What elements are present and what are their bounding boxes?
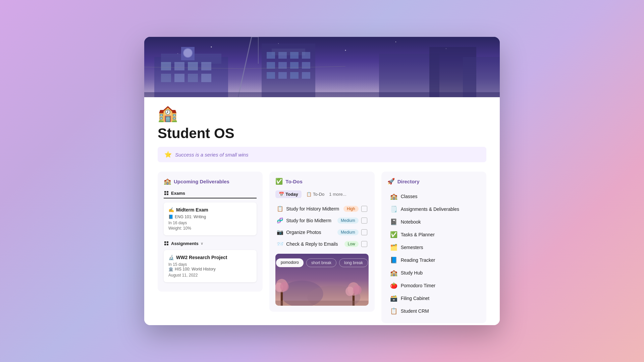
exam-card-0[interactable]: ✍️ Midterm Exam 📘 ENG 101: Writing In 16…	[164, 202, 257, 235]
dir-item-crm[interactable]: 📋 Student CRM	[387, 305, 480, 317]
svg-rect-50	[167, 244, 168, 245]
assignments-grid-icon	[164, 241, 169, 246]
exams-subheader: Exams	[164, 190, 257, 198]
todo-checkbox-2[interactable]	[361, 229, 367, 235]
svg-point-61	[353, 285, 362, 295]
assignments-subheader: Assignments ∨	[164, 241, 257, 246]
assignments-label: Assignments	[171, 241, 199, 246]
todo-text-2: Organize Photos	[286, 230, 335, 235]
svg-point-1	[211, 47, 212, 48]
directory-list: 🏫 Classes 🗒️ Assignments & Deliverables …	[387, 190, 480, 317]
svg-rect-32	[290, 72, 299, 79]
todos-section: ✅ To-Dos 📅 Today 📋 To-Do 1 more...	[269, 172, 374, 312]
todos-icon: ✅	[275, 178, 283, 185]
svg-rect-10	[174, 62, 184, 70]
tagline-text: Success is a series of small wins	[175, 152, 248, 158]
pomo-tab-short[interactable]: short break	[306, 258, 336, 267]
todo-text-0: Study for History Midterm	[286, 206, 341, 212]
todo-icon-1: 🧬	[277, 217, 283, 224]
dir-icon-filing: 🗃️	[390, 295, 397, 302]
todo-tabs: 📅 Today 📋 To-Do 1 more...	[275, 190, 368, 198]
todo-cal-icon: 📋	[306, 192, 312, 197]
dir-icon-semesters: 🗂️	[390, 244, 397, 251]
dir-item-semesters[interactable]: 🗂️ Semesters	[387, 241, 480, 253]
tab-today[interactable]: 📅 Today	[275, 190, 301, 198]
assignment-days-0: In 15 days	[168, 262, 252, 267]
dir-label-tasks: Tasks & Planner	[401, 232, 435, 237]
todo-priority-0: High	[343, 206, 359, 212]
assignment-card-0[interactable]: 🔬 WW2 Research Project In 15 days 🏛️ HIS…	[164, 250, 257, 282]
todo-checkbox-0[interactable]	[361, 206, 367, 212]
svg-rect-31	[278, 72, 287, 79]
svg-point-19	[184, 49, 192, 57]
exam-course-0: 📘 ENG 101: Writing	[168, 215, 252, 219]
dir-item-notebook[interactable]: 📓 Notebook	[387, 216, 480, 228]
todo-icon-0: 📋	[277, 205, 283, 212]
pomo-tab-pomodoro[interactable]: pomodoro	[276, 258, 304, 267]
app-window: 🏫 Student OS ⭐ Success is a series of sm…	[144, 37, 500, 325]
assignment-title-0: 🔬 WW2 Research Project	[168, 255, 252, 260]
svg-rect-43	[164, 191, 166, 193]
svg-rect-15	[188, 74, 198, 82]
svg-rect-12	[201, 62, 211, 70]
todo-checkbox-3[interactable]	[361, 241, 367, 247]
pomo-tab-long[interactable]: long break	[339, 258, 368, 267]
dir-item-studyhub[interactable]: 🏫 Study Hub	[387, 267, 480, 279]
dir-label-semesters: Semesters	[401, 245, 423, 250]
dir-icon-studyhub: 🏫	[390, 269, 397, 277]
dir-item-reading[interactable]: 📘 Reading Tracker	[387, 254, 480, 266]
svg-rect-62	[275, 301, 368, 306]
tab-more[interactable]: 1 more...	[329, 192, 346, 197]
svg-rect-24	[290, 52, 299, 59]
deliverables-header: 🏫 Upcoming Deliverables	[164, 178, 257, 185]
pomodoro-preview[interactable]: pomodoro short break long break 25:00	[275, 254, 368, 306]
todo-text-3: Check & Reply to Emails	[286, 241, 341, 247]
deliverables-title: Upcoming Deliverables	[174, 179, 229, 184]
dir-icon-notebook: 📓	[390, 218, 397, 226]
dir-icon-crm: 📋	[390, 307, 397, 315]
todo-priority-3: Low	[344, 241, 359, 247]
dir-label-classes: Classes	[401, 194, 418, 199]
dir-item-classes[interactable]: 🏫 Classes	[387, 190, 480, 202]
directory-title: Directory	[397, 179, 420, 184]
tagline-bar: ⭐ Success is a series of small wins	[158, 147, 486, 162]
todo-item-1: 🧬 Study for Bio Midterm Medium	[275, 215, 368, 226]
dir-label-reading: Reading Tracker	[401, 257, 435, 263]
dir-item-filing[interactable]: 🗃️ Filing Cabinet	[387, 292, 480, 304]
dir-item-pomodoro[interactable]: 🍅 Pomodoro Timer	[387, 280, 480, 292]
svg-rect-16	[201, 74, 211, 82]
directory-icon: 🚀	[387, 178, 395, 185]
dir-icon-pomodoro: 🍅	[390, 282, 397, 289]
svg-rect-22	[267, 52, 275, 59]
tab-todo[interactable]: 📋 To-Do	[303, 190, 328, 198]
deliverables-section: 🏫 Upcoming Deliverables Exams	[158, 172, 263, 292]
todo-checkbox-1[interactable]	[361, 218, 367, 224]
todo-item-3: 📨 Check & Reply to Emails Low	[275, 238, 368, 250]
columns-container: 🏫 Upcoming Deliverables Exams	[158, 172, 486, 323]
svg-rect-48	[167, 241, 168, 243]
svg-rect-42	[144, 92, 500, 97]
svg-rect-30	[267, 72, 275, 79]
todos-header: ✅ To-Dos	[275, 178, 368, 185]
svg-rect-49	[164, 244, 166, 245]
assignment-icon-0: 🔬	[168, 255, 174, 260]
dir-label-studyhub: Study Hub	[401, 270, 423, 276]
dir-item-assignments[interactable]: 🗒️ Assignments & Deliverables	[387, 203, 480, 215]
dir-item-tasks[interactable]: ✅ Tasks & Planner	[387, 229, 480, 241]
assignments-chevron[interactable]: ∨	[201, 241, 203, 246]
svg-point-4	[395, 42, 396, 42]
svg-point-60	[346, 287, 354, 296]
today-cal-icon: 📅	[279, 192, 284, 197]
svg-rect-23	[278, 52, 287, 59]
exam-title-0: ✍️ Midterm Exam	[168, 207, 252, 213]
banner-illustration	[144, 37, 500, 97]
pomodoro-tabs: pomodoro short break long break	[276, 258, 368, 267]
todo-icon-3: 📨	[277, 241, 283, 247]
todos-title: To-Dos	[285, 179, 303, 184]
content-area: 🏫 Student OS ⭐ Success is a series of sm…	[144, 97, 500, 325]
svg-rect-33	[302, 72, 310, 79]
exam-icon-0: ✍️	[168, 207, 174, 213]
dir-label-notebook: Notebook	[401, 219, 421, 225]
dir-icon-reading: 📘	[390, 256, 397, 264]
dir-label-assignments: Assignments & Deliverables	[401, 206, 459, 212]
